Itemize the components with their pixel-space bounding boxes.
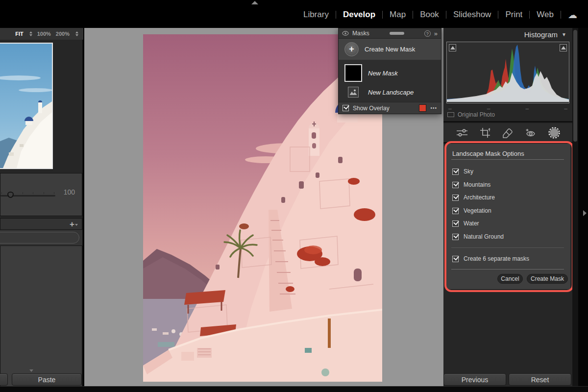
masks-panel-title: Masks [352,30,369,37]
zoom-200-button[interactable]: 200% [56,31,70,37]
right-scrollbar [572,28,578,386]
basic-adjustments-icon[interactable] [456,127,468,138]
tab-library[interactable]: Library [303,10,329,20]
preset-search-input[interactable] [0,232,79,244]
original-photo-label: Original Photo [458,111,495,118]
mask-item-new-mask[interactable]: New Mask [339,62,441,84]
tab-develop[interactable]: Develop [343,10,375,20]
cloud-sync-icon[interactable]: ☁ [568,10,577,20]
histogram-plot [447,42,569,103]
mask-list: New Mask New Landscape [339,60,441,102]
overlay-color-swatch[interactable] [419,104,426,112]
module-separator [529,11,530,19]
module-separator [382,11,383,19]
option-architecture[interactable]: Architecture [452,194,495,201]
original-photo-row[interactable]: Original Photo [447,111,495,118]
masks-panel: Masks ? » + Create New Mask New Mask [338,28,441,114]
histogram-collapse-icon[interactable]: ▼ [562,32,566,37]
reset-button[interactable]: Reset [509,373,571,386]
crop-tool-icon[interactable] [479,127,491,139]
tab-book[interactable]: Book [420,10,439,20]
healing-tool-icon[interactable] [502,127,514,138]
collapse-panel-icon[interactable]: » [434,30,438,37]
option-vegetation[interactable]: Vegetation [452,207,491,214]
highlight-clipping-icon[interactable] [560,44,567,51]
module-separator [446,11,446,19]
tab-map[interactable]: Map [390,10,406,20]
landscape-glyph [349,89,357,96]
zoom-level-stepper-icon[interactable] [75,31,78,36]
option-mountains[interactable]: Mountains [452,181,490,188]
tab-web[interactable]: Web [537,10,554,20]
copy-button-partial[interactable] [0,373,8,386]
checkbox-vegetation[interactable] [452,208,459,214]
right-margin [578,28,588,386]
mask-options-title: Landscape Mask Options [452,150,524,157]
overlay-options-icon[interactable]: ••• [430,105,437,111]
plus-circle-icon[interactable]: + [344,42,359,56]
shadow-clipping-icon[interactable] [449,44,456,51]
module-picker: Library Develop Map Book Slideshow Print… [303,10,577,20]
mask-thumbnail[interactable] [344,64,362,82]
paste-button[interactable]: Paste [12,373,82,386]
navigator-preview[interactable] [0,43,53,169]
histogram[interactable] [446,42,569,103]
amount-slider-value: 100 [64,188,75,196]
create-new-mask-row[interactable]: + Create New Mask [339,39,441,60]
masks-panel-header[interactable]: Masks ? » [339,28,441,39]
masking-tool-icon[interactable] [548,126,561,139]
navigator-zoom-controls: FIT 100% 200% [0,28,83,40]
tab-print[interactable]: Print [505,10,522,20]
landscape-mask-options-panel: Landscape Mask Options Sky Mountains Arc… [445,144,570,289]
tab-slideshow[interactable]: Slideshow [453,10,491,20]
zoom-100-button[interactable]: 100% [37,31,51,37]
slider-section: 100 [0,173,82,216]
option-water[interactable]: Water [452,220,479,227]
zoom-fit-stepper-icon[interactable] [29,31,32,36]
scrollbar-thumb[interactable] [573,30,577,142]
create-new-mask-label: Create New Mask [365,46,415,53]
checkbox-water[interactable] [452,220,459,227]
panel-divider [443,121,572,122]
red-eye-tool-icon[interactable] [524,127,537,138]
previous-button[interactable]: Previous [443,373,506,386]
eye-icon[interactable] [342,31,349,36]
checkbox-mountains[interactable] [452,182,459,188]
collapse-left-panel-icon[interactable] [29,369,33,372]
show-overlay-checkbox[interactable] [343,105,349,111]
checkbox-separate-masks[interactable] [452,256,459,262]
right-panel: Histogram ▼ –––– Original Photo [443,28,572,387]
histogram-header[interactable]: Histogram ▼ [443,28,572,41]
mask-item-new-landscape[interactable]: New Landscape [339,84,441,100]
collapse-top-panel-icon[interactable] [251,1,258,4]
zoom-fit-button[interactable]: FIT [15,31,24,37]
top-module-bar: Library Develop Map Book Slideshow Print… [0,0,588,28]
navigator-photo [0,44,52,168]
checkbox-architecture[interactable] [452,195,459,201]
presets-list[interactable] [0,245,82,392]
landscape-mask-icon[interactable] [348,87,359,98]
original-photo-checkbox[interactable] [447,112,454,117]
histogram-title: Histogram [524,30,558,39]
drag-handle[interactable] [390,32,404,35]
show-overlay-label: Show Overlay [353,105,415,112]
add-preset-button[interactable]: + [70,220,78,229]
create-mask-button[interactable]: Create Mask [527,274,568,284]
option-separate-masks[interactable]: Create 6 separate masks [452,255,529,262]
checkbox-natural-ground[interactable] [452,234,459,240]
preset-search-section [0,230,82,245]
option-sky[interactable]: Sky [452,168,473,175]
module-separator [561,11,561,19]
lightroom-develop-window: Library Develop Map Book Slideshow Print… [0,0,588,392]
amount-slider-knob[interactable] [7,192,14,198]
checkbox-sky[interactable] [452,169,459,175]
expand-right-panel-icon[interactable] [583,210,587,216]
module-separator [498,11,498,19]
bottom-edge [0,386,588,392]
show-overlay-row: Show Overlay ••• [339,102,441,114]
option-natural-ground[interactable]: Natural Ground [452,233,504,240]
help-icon[interactable]: ? [424,30,431,37]
presets-header: + [0,218,82,230]
cancel-button[interactable]: Cancel [497,274,523,284]
module-separator [413,11,413,19]
